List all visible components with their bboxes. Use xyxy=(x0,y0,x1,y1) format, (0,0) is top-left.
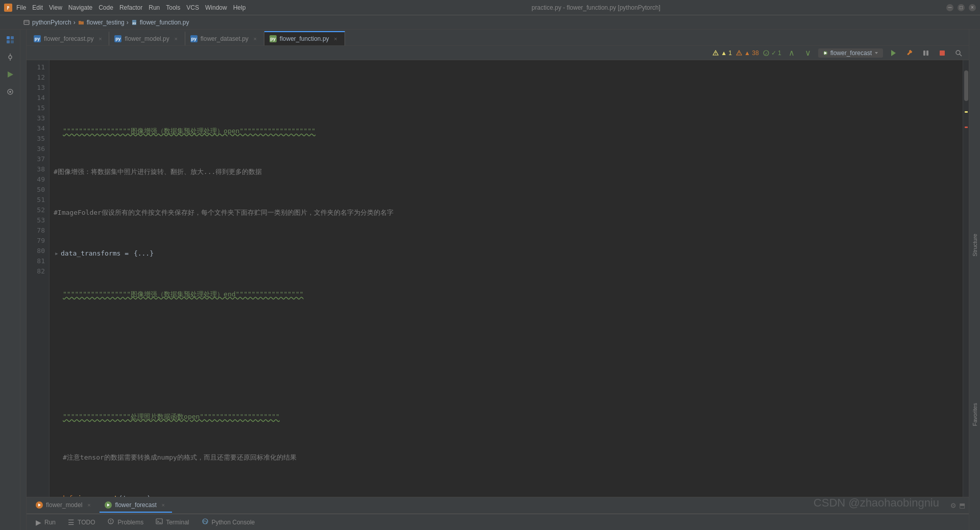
line-38: 38 xyxy=(27,164,49,174)
sidebar-icon-project[interactable] xyxy=(2,32,18,48)
line-82: 82 xyxy=(27,266,49,276)
menu-view[interactable]: View xyxy=(49,4,62,11)
tab-close-forecast[interactable]: × xyxy=(96,35,104,42)
search-button[interactable] xyxy=(952,47,965,59)
menu-bar[interactable]: File Edit View Navigate Code Refactor Ru… xyxy=(16,4,246,11)
svg-marker-36 xyxy=(107,503,110,507)
tool-tab-todo[interactable]: ☰ TODO xyxy=(63,515,100,529)
pause-button[interactable] xyxy=(920,47,932,59)
line-15: 15 xyxy=(27,103,49,113)
svg-text:py: py xyxy=(132,21,136,24)
run-button[interactable] xyxy=(887,47,899,59)
code-line-34 xyxy=(54,330,963,340)
tab-flower-function[interactable]: py flower_function.py × xyxy=(264,31,345,45)
menu-window[interactable]: Window xyxy=(205,4,227,11)
menu-run[interactable]: Run xyxy=(149,4,160,11)
favorites-panel-label[interactable]: Favorites xyxy=(971,399,979,430)
code-content[interactable]: """""""""""""""""图像增强（数据集预处理处理）open"""""… xyxy=(50,60,963,497)
close-button[interactable]: × xyxy=(969,4,976,11)
tab-flower-model[interactable]: py flower_model.py × xyxy=(109,31,185,45)
structure-panel-label[interactable]: Structure xyxy=(971,230,979,261)
error-count[interactable]: ▲ 38 xyxy=(736,49,759,57)
code-line-12: """""""""""""""""图像增强（数据集预处理处理）open"""""… xyxy=(54,126,963,136)
tool-tab-problems[interactable]: Problems xyxy=(102,515,149,529)
run-tab-model-label: flower_model xyxy=(46,501,82,509)
run-expand-icon[interactable]: ⬒ xyxy=(960,500,965,510)
run-icon-model xyxy=(36,501,43,509)
run-config-selector[interactable]: flower_forecast xyxy=(818,48,883,58)
line-79: 79 xyxy=(27,236,49,246)
line-numbers: 11 12 13 14 15 33 34 35 36 37 38 49 50 5… xyxy=(27,60,50,497)
line-35: 35 xyxy=(27,134,49,144)
warning-count[interactable]: ▲ 1 xyxy=(713,49,732,57)
tab-icon-forecast: py xyxy=(34,35,41,42)
sidebar-icon-run[interactable] xyxy=(2,66,18,83)
svg-rect-8 xyxy=(7,40,10,43)
tab-icon-dataset: py xyxy=(190,35,198,42)
scroll-thumb[interactable] xyxy=(964,70,968,101)
tool-tab-python-console[interactable]: Py Python Console xyxy=(197,515,260,529)
run-tab-forecast-close[interactable]: × xyxy=(160,501,167,509)
maximize-button[interactable]: □ xyxy=(958,4,965,11)
line-50: 50 xyxy=(27,185,49,195)
menu-refactor[interactable]: Refactor xyxy=(119,4,142,11)
tool-tab-problems-label: Problems xyxy=(117,519,143,526)
menu-help[interactable]: Help xyxy=(233,4,246,11)
sidebar-icon-commit[interactable] xyxy=(2,49,18,65)
run-tab-model-close[interactable]: × xyxy=(85,501,92,509)
run-config-label: flower_forecast xyxy=(830,49,872,57)
code-line-33: """""""""""""""""图像增强（数据集预处理处理）end""""""… xyxy=(54,289,963,299)
warning-text: ▲ 1 xyxy=(721,49,732,57)
svg-point-39 xyxy=(111,522,112,523)
svg-text:P: P xyxy=(7,6,10,11)
menu-code[interactable]: Code xyxy=(99,4,113,11)
breadcrumb-folder[interactable]: flower_testing xyxy=(87,19,125,26)
run-tab-flower-forecast[interactable]: flower_forecast × xyxy=(100,498,172,513)
stop-button[interactable] xyxy=(936,47,948,59)
editor-area: py flower_forecast.py × py flower_model.… xyxy=(27,30,969,530)
tab-close-dataset[interactable]: × xyxy=(252,35,259,42)
tab-flower-dataset[interactable]: py flower_dataset.py × xyxy=(185,31,264,45)
editor-toolbar: ▲ 1 ▲ 38 ✓ ✓ 1 ∧ ∨ flower_forecast xyxy=(27,46,969,60)
tab-close-model[interactable]: × xyxy=(173,35,180,42)
tab-flower-forecast[interactable]: py flower_forecast.py × xyxy=(29,31,109,45)
line-51: 51 xyxy=(27,195,49,205)
breadcrumb-project[interactable]: pythonPytorch xyxy=(32,19,71,26)
scroll-gutter[interactable] xyxy=(963,60,969,497)
line-13: 13 xyxy=(27,83,49,93)
nav-down-button[interactable]: ∨ xyxy=(802,47,814,59)
menu-navigate[interactable]: Navigate xyxy=(68,4,92,11)
project-panel-strip[interactable] xyxy=(20,30,27,530)
run-tab-flower-model[interactable]: flower_model × xyxy=(31,498,97,513)
folder-icon xyxy=(78,19,85,26)
code-line-37: #注意tensor的数据需要转换成numpy的格式，而且还需要还原回标准化的结果 xyxy=(54,452,963,463)
tool-tab-run[interactable]: ▶ Run xyxy=(31,515,61,529)
menu-vcs[interactable]: VCS xyxy=(186,4,199,11)
terminal-icon xyxy=(156,518,163,526)
error-text: ▲ 38 xyxy=(744,49,759,57)
menu-tools[interactable]: Tools xyxy=(166,4,180,11)
python-console-icon: Py xyxy=(202,518,209,526)
tab-close-function[interactable]: × xyxy=(332,35,339,42)
minimize-button[interactable]: ─ xyxy=(946,4,953,11)
file-icon: py xyxy=(131,19,138,26)
line-49: 49 xyxy=(27,174,49,185)
svg-point-21 xyxy=(739,54,739,55)
build-button[interactable] xyxy=(903,47,916,59)
nav-up-button[interactable]: ∧ xyxy=(786,47,798,59)
window-controls: ─ □ × xyxy=(946,4,976,11)
run-settings-icon[interactable]: ⚙ xyxy=(951,500,956,510)
tool-tab-python-console-label: Python Console xyxy=(212,519,255,526)
fold-icon-15[interactable]: ▶ xyxy=(54,250,60,257)
sidebar-icon-debug[interactable] xyxy=(2,84,18,100)
info-count[interactable]: ✓ ✓ 1 xyxy=(763,49,781,57)
tool-tab-terminal[interactable]: Terminal xyxy=(151,515,194,529)
app-icon: P xyxy=(4,4,12,12)
menu-edit[interactable]: Edit xyxy=(32,4,43,11)
svg-marker-27 xyxy=(891,50,896,56)
breadcrumb-file[interactable]: flower_function.py xyxy=(140,19,189,26)
svg-rect-7 xyxy=(11,36,14,39)
menu-file[interactable]: File xyxy=(16,4,26,11)
code-editor[interactable]: 11 12 13 14 15 33 34 35 36 37 38 49 50 5… xyxy=(27,60,969,497)
svg-rect-31 xyxy=(926,51,928,56)
